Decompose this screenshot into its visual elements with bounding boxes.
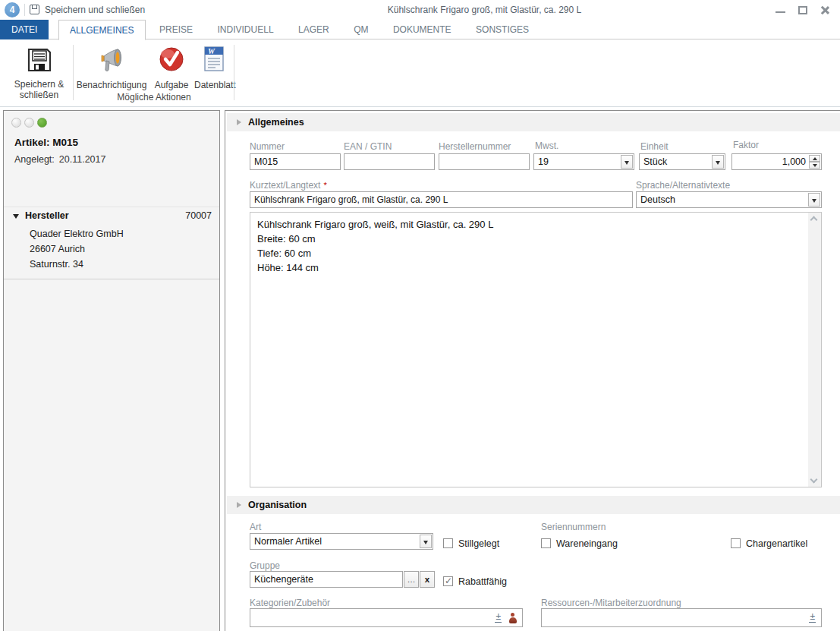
notification-label: Benachrichtigung bbox=[74, 80, 149, 90]
close-button[interactable] bbox=[816, 2, 834, 18]
minimize-icon bbox=[776, 11, 785, 13]
tab-sonstiges[interactable]: SONSTIGES bbox=[465, 20, 540, 39]
chargenartikel-checkbox[interactable]: Chargenartikel bbox=[731, 536, 807, 550]
textarea-scrollbar[interactable] bbox=[808, 213, 821, 487]
required-mark: * bbox=[323, 181, 326, 190]
close-icon bbox=[820, 5, 829, 15]
assign-plusminus-icon[interactable]: ± bbox=[809, 612, 816, 623]
tab-lager[interactable]: LAGER bbox=[288, 20, 340, 39]
save-and-close-button[interactable]: Speichern & schließen bbox=[7, 43, 71, 105]
checkbox-icon bbox=[541, 538, 551, 548]
manufacturer-city: 26607 Aurich bbox=[30, 244, 85, 254]
gruppe-browse-button[interactable]: … bbox=[404, 571, 419, 588]
article-window: 4 Speichern und schließen Kühlschrank Fr… bbox=[0, 0, 840, 631]
tab-individuell[interactable]: INDIVIDUELL bbox=[207, 20, 285, 39]
notification-button[interactable]: Benachrichtigung bbox=[74, 45, 149, 90]
ressourcen-label: Ressourcen-/Mitarbeiterzuordnung bbox=[541, 598, 681, 608]
kategorien-input[interactable]: ± bbox=[250, 608, 523, 627]
person-icon[interactable] bbox=[508, 613, 517, 623]
mwst-value: 19 bbox=[538, 156, 549, 167]
save-and-close-label: Speichern & schließen bbox=[7, 79, 71, 100]
app-logo-icon: 4 bbox=[5, 2, 20, 17]
ribbon: Speichern & schließen Benachrichtigung bbox=[0, 40, 840, 107]
faktor-spinner[interactable]: 1,000 bbox=[731, 153, 822, 170]
ean-input[interactable] bbox=[344, 153, 435, 170]
section-header-organisation[interactable]: Organisation bbox=[227, 496, 840, 514]
wareneingang-checkbox[interactable]: Wareneingang bbox=[541, 536, 618, 550]
status-light-icon bbox=[24, 118, 34, 128]
tab-allgemeines[interactable]: ALLGEMEINES bbox=[58, 20, 146, 40]
einheit-label: Einheit bbox=[640, 141, 669, 152]
stillgelegt-checkbox[interactable]: Stillgelegt bbox=[443, 536, 499, 550]
einheit-dropdown[interactable]: Stück bbox=[639, 153, 725, 170]
manufacturer-number: 70007 bbox=[185, 210, 212, 221]
rabattfaehig-label: Rabattfähig bbox=[458, 576, 507, 587]
tab-preise[interactable]: PREISE bbox=[149, 20, 203, 39]
article-title: Artikel: M015 bbox=[14, 137, 78, 148]
sprache-dropdown[interactable]: Deutsch bbox=[636, 191, 822, 208]
mwst-dropdown[interactable]: 19 bbox=[533, 153, 634, 170]
langtext-content: Kühlschrank Frigaro groß, weiß, mit Glas… bbox=[257, 217, 803, 275]
status-light-green-icon bbox=[37, 118, 47, 128]
checkbox-icon bbox=[443, 538, 453, 548]
wareneingang-label: Wareneingang bbox=[556, 538, 618, 549]
gruppe-clear-button[interactable]: x bbox=[420, 571, 435, 588]
dropdown-arrow-icon[interactable] bbox=[621, 155, 633, 169]
titlebar: 4 Speichern und schließen Kühlschrank Fr… bbox=[0, 0, 840, 20]
tab-datei[interactable]: DATEI bbox=[0, 20, 49, 39]
maximize-icon bbox=[798, 6, 807, 14]
manufacturer-section-header[interactable]: Hersteller 70007 bbox=[13, 210, 212, 221]
sidebar: Artikel: M015 Angelegt:20.11.2017 Herste… bbox=[3, 110, 220, 631]
ean-label: EAN / GTIN bbox=[344, 141, 392, 152]
titlebar-separator bbox=[24, 4, 25, 16]
tab-qm[interactable]: QM bbox=[343, 20, 379, 39]
datasheet-button[interactable]: W Datenblatt bbox=[194, 45, 234, 90]
seriennummern-label: Seriennummern bbox=[541, 522, 606, 532]
ressourcen-input[interactable]: ± bbox=[541, 608, 822, 627]
manufacturer-label: Hersteller bbox=[25, 210, 69, 221]
nummer-input[interactable] bbox=[250, 153, 341, 170]
dropdown-arrow-icon[interactable] bbox=[420, 535, 432, 548]
maximize-button[interactable] bbox=[794, 2, 813, 18]
task-check-icon bbox=[157, 45, 186, 75]
nummer-label: Nummer bbox=[250, 141, 285, 152]
ribbon-tab-bar: DATEI ALLGEMEINES PREISE INDIVIDUELL LAG… bbox=[0, 20, 840, 39]
section-header-allgemeines[interactable]: Allgemeines bbox=[227, 113, 840, 131]
sprache-label: Sprache/Alternativtexte bbox=[636, 180, 730, 191]
assign-plusminus-icon[interactable]: ± bbox=[495, 612, 502, 623]
word-document-icon: W bbox=[201, 45, 227, 75]
section-title: Organisation bbox=[248, 500, 307, 510]
manufacturer-street: Saturnstr. 34 bbox=[30, 259, 83, 270]
art-dropdown[interactable]: Normaler Artikel bbox=[250, 533, 433, 550]
dropdown-arrow-icon[interactable] bbox=[712, 155, 724, 169]
gruppe-label: Gruppe bbox=[250, 560, 280, 571]
main-form: Allgemeines Nummer EAN / GTIN Hersteller… bbox=[225, 110, 840, 631]
ribbon-group-label: Mögliche Aktionen bbox=[74, 92, 234, 103]
kategorien-label: Kategorien/Zubehör bbox=[250, 598, 330, 608]
spinner-buttons bbox=[809, 155, 820, 169]
svg-text:W: W bbox=[208, 47, 216, 55]
tab-dokumente[interactable]: DOKUMENTE bbox=[382, 20, 462, 39]
spin-down-icon[interactable] bbox=[809, 162, 820, 169]
langtext-textarea[interactable]: Kühlschrank Frigaro groß, weiß, mit Glas… bbox=[250, 212, 822, 487]
content-area: Artikel: M015 Angelegt:20.11.2017 Herste… bbox=[0, 107, 840, 631]
scroll-down-icon[interactable] bbox=[810, 476, 818, 484]
herstellernummer-input[interactable] bbox=[439, 153, 530, 170]
chargenartikel-label: Chargenartikel bbox=[746, 538, 807, 549]
minimize-button[interactable] bbox=[772, 2, 790, 18]
kurztext-label: Kurztext/Langtext* bbox=[250, 180, 327, 191]
spin-up-icon[interactable] bbox=[809, 155, 820, 162]
created-date: Angelegt:20.11.2017 bbox=[14, 154, 105, 165]
rabattfaehig-checkbox[interactable]: Rabattfähig bbox=[443, 574, 507, 588]
manufacturer-name[interactable]: Quader Elektro GmbH bbox=[30, 229, 124, 239]
task-button[interactable]: Aufgabe bbox=[149, 45, 194, 90]
datasheet-label: Datenblatt bbox=[194, 80, 234, 90]
gruppe-input[interactable] bbox=[250, 571, 403, 588]
kurztext-input[interactable] bbox=[250, 191, 633, 208]
floppy-disk-icon bbox=[26, 46, 53, 74]
scroll-up-icon[interactable] bbox=[810, 216, 818, 224]
collapse-arrow-icon bbox=[13, 214, 19, 219]
save-floppy-icon[interactable] bbox=[30, 5, 39, 14]
art-label: Art bbox=[250, 522, 261, 532]
dropdown-arrow-icon[interactable] bbox=[808, 193, 820, 207]
